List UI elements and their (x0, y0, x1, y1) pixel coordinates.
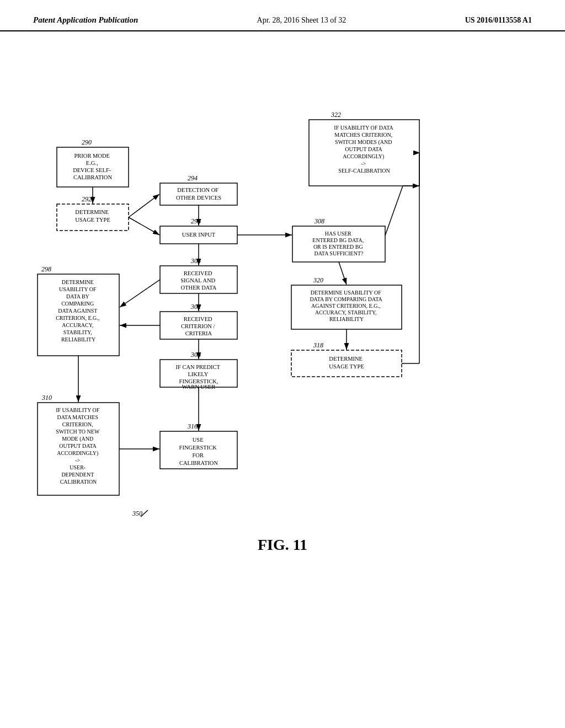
header-title: Patent Application Publication (33, 15, 138, 25)
ref-306: 306 (190, 351, 201, 358)
text-user-input: USER INPUT (182, 232, 216, 238)
text-if-usability-top: IF USABILITY OF DATA MATCHES CRITERION, … (334, 125, 394, 174)
ref-318: 318 (313, 341, 323, 349)
ref-304: 304 (190, 257, 201, 265)
ref-322: 322 (331, 111, 341, 119)
text-has-user-entered: HAS USER ENTERED BG DATA, OR IS ENTERED … (312, 231, 365, 256)
arrow-292-to-296 (129, 217, 159, 235)
text-if-can-predict: IF CAN PREDICT LIKELY FINGERSTICK, (176, 364, 222, 384)
arrow-308-to-322-line (385, 186, 403, 235)
ref-298: 298 (41, 265, 51, 273)
flowchart-svg: 290 PRIOR MODE E.G., DEVICE SELF- CALIBR… (0, 31, 565, 693)
text-prior-mode: PRIOR MODE E.G., DEVICE SELF- CALIBRATIO… (73, 153, 113, 180)
ref-316: 316 (187, 422, 198, 430)
text-determine-usability-right: DETERMINE USABILITY OF DATA BY COMPARING… (310, 290, 383, 322)
arrow-292-to-294 (129, 194, 159, 217)
figure-label: FIG. 11 (258, 536, 307, 553)
ref-292: 292 (82, 195, 92, 203)
diagram-area: 290 PRIOR MODE E.G., DEVICE SELF- CALIBR… (0, 31, 565, 693)
text-received-signal: RECEIVED SIGNAL AND OTHER DATA (180, 270, 217, 291)
text-determine-usage-left: DETERMINE USAGE TYPE (75, 209, 110, 223)
ref-294: 294 (188, 174, 198, 182)
arrow-308-to-320 (339, 262, 347, 285)
ref-296: 296 (191, 217, 201, 225)
text-determine-usage-right: DETERMINE USAGE TYPE (329, 356, 364, 370)
header-patent-num: US 2016/0113558 A1 (465, 16, 532, 25)
arrow-304-to-298 (120, 280, 160, 307)
text-detection-other: DETECTION OF OTHER DEVICES (176, 187, 221, 201)
ref-310: 310 (41, 394, 52, 402)
text-received-criterion: RECEIVED CRITERION / CRITERIA (181, 316, 216, 336)
header-date-sheet: Apr. 28, 2016 Sheet 13 of 32 (257, 16, 347, 25)
text-if-usability-bottom: IF USABILITY OF DATA MATCHES CRITERION, … (56, 407, 101, 485)
ref-290: 290 (82, 138, 92, 146)
ref-308: 308 (314, 217, 324, 225)
text-determine-usability: DETERMINE USABILITY OF DATA BY COMPARING… (56, 279, 101, 342)
box-detection-other (160, 183, 237, 205)
ref-302: 302 (190, 303, 201, 311)
page-header: Patent Application Publication Apr. 28, … (0, 0, 565, 31)
text-use-fingerstick: USE FINGERSTICK FOR CALIBRATION (179, 437, 218, 466)
ref-320: 320 (313, 276, 323, 284)
